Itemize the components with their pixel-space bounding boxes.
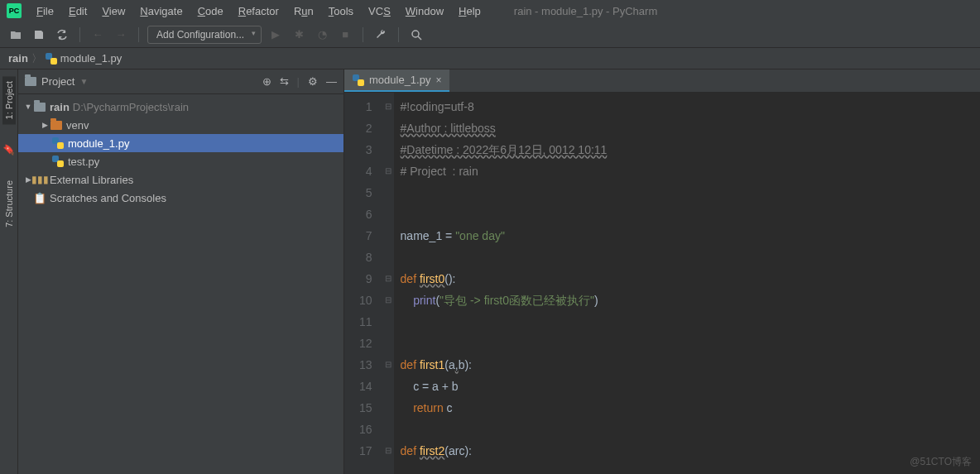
svg-line-1 <box>418 36 421 40</box>
run-icon[interactable]: ▶ <box>267 26 285 44</box>
chevron-right-icon: 〉 <box>31 51 42 66</box>
window-title: rain - module_1.py - PyCharm <box>514 5 657 17</box>
hide-icon[interactable]: — <box>326 75 337 88</box>
back-icon[interactable]: ← <box>89 26 107 44</box>
add-configuration-button[interactable]: Add Configuration... <box>147 26 262 44</box>
tree-venv[interactable]: ▶ venv <box>18 116 343 134</box>
python-file-icon <box>46 53 57 65</box>
bookmark-icon[interactable]: 🔖 <box>2 144 15 156</box>
forward-icon[interactable]: → <box>112 26 130 44</box>
project-panel: Project ▼ ⊕ ⇆ | ⚙ — ▼ rain D:\PycharmPro… <box>18 69 344 474</box>
svg-point-0 <box>412 31 419 37</box>
library-icon: ▮▮▮ <box>33 173 46 186</box>
tab-structure[interactable]: 7: Structure <box>2 175 16 232</box>
breadcrumb-file[interactable]: module_1.py <box>46 52 122 65</box>
menu-code[interactable]: Code <box>191 3 230 19</box>
python-file-icon <box>52 137 64 149</box>
save-icon[interactable] <box>30 26 48 44</box>
search-icon[interactable] <box>407 26 425 44</box>
menu-vcs[interactable]: VCS <box>362 3 397 19</box>
code-editor[interactable]: 1234567891011121314151617 ⊟⊟⊟⊟⊟⊟ #!codin… <box>344 93 980 474</box>
tab-module1[interactable]: module_1.py × <box>344 69 449 92</box>
editor-tabs: module_1.py × <box>344 69 980 93</box>
breadcrumb: rain 〉 module_1.py <box>0 48 980 69</box>
menu-help[interactable]: Help <box>452 3 488 19</box>
folder-icon <box>25 77 36 86</box>
breadcrumb-project[interactable]: rain <box>8 52 28 65</box>
menu-view[interactable]: View <box>95 3 132 19</box>
gear-icon[interactable]: ⚙ <box>308 75 318 88</box>
scratch-icon: 📋 <box>33 191 46 204</box>
locate-icon[interactable]: ⊕ <box>262 75 271 88</box>
editor-area: module_1.py × 1234567891011121314151617 … <box>344 69 980 474</box>
tree-root[interactable]: ▼ rain D:\PycharmProjects\rain <box>18 98 343 116</box>
menu-run[interactable]: Run <box>287 3 320 19</box>
line-numbers: 1234567891011121314151617 <box>344 93 382 474</box>
menu-refactor[interactable]: Refactor <box>232 3 286 19</box>
tab-project[interactable]: 1: Project <box>2 76 16 124</box>
project-panel-title[interactable]: Project ▼ <box>25 75 262 88</box>
toolbar: ← → Add Configuration... ▶ ✱ ◔ ■ <box>0 22 980 48</box>
python-file-icon <box>52 156 64 167</box>
sync-icon[interactable] <box>53 26 71 44</box>
menu-tools[interactable]: Tools <box>322 3 360 19</box>
pycharm-logo-icon: PC <box>7 3 22 18</box>
menu-bar: PC File Edit View Navigate Code Refactor… <box>0 0 980 22</box>
menu-file[interactable]: File <box>30 3 60 19</box>
menu-edit[interactable]: Edit <box>62 3 94 19</box>
tree-scratches[interactable]: 📋 Scratches and Consoles <box>18 189 343 207</box>
code-content[interactable]: #!coding=utf-8 #Author : littleboss #Dat… <box>394 93 980 474</box>
debug-icon[interactable]: ✱ <box>290 26 308 44</box>
watermark: @51CTO博客 <box>910 455 972 469</box>
collapse-icon[interactable]: ⇆ <box>280 75 289 88</box>
tree-external-libraries[interactable]: ▶ ▮▮▮ External Libraries <box>18 170 343 189</box>
left-tool-tabs: 1: Project 🔖 7: Structure <box>0 69 18 474</box>
coverage-icon[interactable]: ◔ <box>313 26 331 44</box>
close-icon[interactable]: × <box>435 74 441 86</box>
open-icon[interactable] <box>7 26 25 44</box>
fold-gutter[interactable]: ⊟⊟⊟⊟⊟⊟ <box>382 93 394 474</box>
folder-icon <box>34 103 46 112</box>
tree-module1[interactable]: module_1.py <box>18 134 343 152</box>
folder-icon <box>50 121 62 130</box>
wrench-icon[interactable] <box>372 26 390 44</box>
stop-icon[interactable]: ■ <box>336 26 354 44</box>
menu-navigate[interactable]: Navigate <box>133 3 189 19</box>
project-tree[interactable]: ▼ rain D:\PycharmProjects\rain ▶ venv mo… <box>18 94 343 474</box>
menu-window[interactable]: Window <box>399 3 450 19</box>
python-file-icon <box>353 74 364 86</box>
tree-test[interactable]: test.py <box>18 152 343 170</box>
